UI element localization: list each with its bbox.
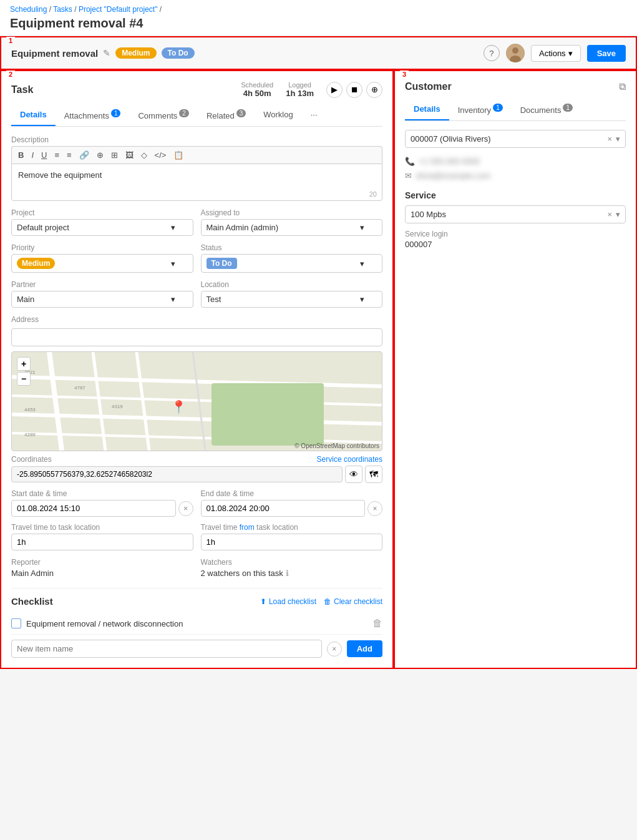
customer-section: 3 Customer ⧉ Details Inventory1 Document… <box>394 70 637 669</box>
stop-button[interactable]: ⏹ <box>346 82 362 98</box>
end-date-input[interactable] <box>201 500 366 517</box>
tab-related[interactable]: Related3 <box>198 105 255 126</box>
customer-tab-inventory[interactable]: Inventory1 <box>449 100 512 120</box>
customer-tab-documents[interactable]: Documents1 <box>512 100 581 120</box>
task-header-bar: 1 Equipment removal ✎ Medium To Do ? Act… <box>0 36 637 70</box>
status-value: To Do <box>207 258 237 269</box>
map-zoom-out-button[interactable]: − <box>17 372 31 386</box>
save-button[interactable]: Save <box>587 45 626 62</box>
checklist-delete-button[interactable]: 🗑 <box>372 618 382 629</box>
logged-label: Logged <box>286 81 314 89</box>
link-button[interactable]: 🔗 <box>77 149 92 161</box>
priority-badge: Medium <box>115 47 156 59</box>
load-checklist-button[interactable]: ⬆ Load checklist <box>260 597 316 606</box>
assigned-to-select[interactable]: Main Admin (admin) ▾ <box>201 219 383 236</box>
code-button[interactable]: </> <box>152 149 169 161</box>
section2-label: 2 <box>6 71 15 78</box>
coords-map-button[interactable]: 🗺 <box>365 466 382 483</box>
start-date-input[interactable] <box>11 500 176 517</box>
play-button[interactable]: ▶ <box>326 82 343 98</box>
service-chevron-icon[interactable]: ▾ <box>616 210 620 219</box>
ordered-list-button[interactable]: ≡ <box>52 149 62 161</box>
project-select[interactable]: Default project ▾ <box>11 219 193 236</box>
coords-eye-button[interactable]: 👁 <box>345 466 362 483</box>
travel-from-label: Travel time from task location <box>201 523 383 532</box>
map-zoom-in-button[interactable]: + <box>17 357 31 371</box>
tab-more[interactable]: ··· <box>302 105 326 126</box>
task-section-title: Task <box>11 84 33 95</box>
customer-chevron-icon[interactable]: ▾ <box>616 134 620 144</box>
add-item-button[interactable]: Add <box>347 640 382 657</box>
trash-icon: 🗑 <box>324 597 331 606</box>
bullet-list-button[interactable]: ≡ <box>64 149 74 161</box>
breadcrumb-project[interactable]: Project "Default project" <box>79 5 158 14</box>
service-select[interactable]: 100 Mpbs × ▾ <box>405 205 626 223</box>
checklist-section: Checklist ⬆ Load checklist 🗑 Clear check… <box>11 588 382 658</box>
service-clear-icon[interactable]: × <box>607 210 612 219</box>
customer-tabs: Details Inventory1 Documents1 <box>405 100 626 121</box>
svg-text:4453: 4453 <box>24 407 36 413</box>
breadcrumb: Scheduling / Tasks / Project "Default pr… <box>10 5 627 14</box>
table-button[interactable]: ⊞ <box>109 149 120 161</box>
map-controls: + − <box>17 357 31 386</box>
tab-worklog[interactable]: Worklog <box>255 105 301 126</box>
assigned-chevron-icon: ▾ <box>360 223 364 232</box>
underline-button[interactable]: U <box>39 149 49 161</box>
external-link-icon[interactable]: ⧉ <box>619 81 626 92</box>
actions-button[interactable]: Actions ▾ <box>531 45 581 62</box>
status-label: Status <box>201 243 383 252</box>
start-date-clear-button[interactable]: × <box>178 501 193 516</box>
project-label: Project <box>11 208 193 217</box>
task-name: Equipment removal <box>11 48 98 59</box>
watchers-value: 2 watchers on this task <box>201 569 283 578</box>
image-button[interactable]: 🖼 <box>123 149 136 161</box>
customer-select[interactable]: 000007 (Olivia Rivers) × ▾ <box>405 130 626 148</box>
tab-attachments[interactable]: Attachments1 <box>56 105 130 126</box>
char-count: 20 <box>369 190 377 198</box>
customer-clear-icon[interactable]: × <box>607 134 612 144</box>
add-time-button[interactable]: ⊕ <box>366 82 382 98</box>
description-editor[interactable]: Remove the equipment 20 <box>11 164 382 201</box>
scheduled-value: 4h 50m <box>241 89 273 98</box>
clear-checklist-button[interactable]: 🗑 Clear checklist <box>324 597 382 606</box>
svg-text:4767: 4767 <box>74 385 85 391</box>
service-login-section: Service login 000007 <box>405 230 626 249</box>
address-input[interactable] <box>11 328 382 346</box>
customer-phone: 📞 +1 555 000 0000 <box>405 154 626 168</box>
coordinates-input[interactable] <box>11 466 343 482</box>
email-value: olivia@example.com <box>416 171 490 180</box>
new-item-input[interactable] <box>11 640 322 658</box>
task-tabs: Details Attachments1 Comments2 Related3 … <box>11 105 382 127</box>
svg-point-1 <box>512 47 518 54</box>
breadcrumb-scheduling[interactable]: Scheduling <box>10 5 47 14</box>
partner-select[interactable]: Main ▾ <box>11 291 193 308</box>
tab-comments[interactable]: Comments2 <box>129 105 197 126</box>
edit-icon[interactable]: ✎ <box>103 48 110 58</box>
priority-select[interactable]: Medium ▾ <box>11 254 193 273</box>
location-select[interactable]: Test ▾ <box>201 291 383 308</box>
checklist-item-text: Equipment removal / network disconnectio… <box>26 619 367 628</box>
service-coords-label[interactable]: Service coordinates <box>317 455 382 464</box>
travel-from-input[interactable] <box>201 534 383 550</box>
help-icon[interactable]: ? <box>484 45 500 61</box>
note-button[interactable]: 📋 <box>171 149 186 161</box>
url-button[interactable]: ⊕ <box>94 149 106 161</box>
customer-tab-details[interactable]: Details <box>405 100 449 120</box>
checklist-checkbox[interactable] <box>11 618 21 628</box>
tab-details[interactable]: Details <box>11 105 56 126</box>
travel-to-label: Travel time to task location <box>11 523 193 532</box>
travel-to-input[interactable] <box>11 534 193 550</box>
end-date-clear-button[interactable]: × <box>367 501 382 516</box>
address-label: Address <box>11 315 382 324</box>
eraser-button[interactable]: ◇ <box>139 149 150 161</box>
map-svg: 4821 4767 4453 4319 4289 📍 <box>12 352 382 451</box>
description-text: Remove the equipment <box>18 170 102 180</box>
priority-label: Priority <box>11 243 193 252</box>
page-title: Equipment removal #4 <box>10 16 627 31</box>
bold-button[interactable]: B <box>16 149 26 161</box>
new-item-clear-button[interactable]: × <box>327 642 342 657</box>
status-select[interactable]: To Do ▾ <box>201 254 383 273</box>
service-label: Service <box>405 190 626 200</box>
breadcrumb-tasks[interactable]: Tasks <box>53 5 72 14</box>
italic-button[interactable]: I <box>29 149 36 161</box>
